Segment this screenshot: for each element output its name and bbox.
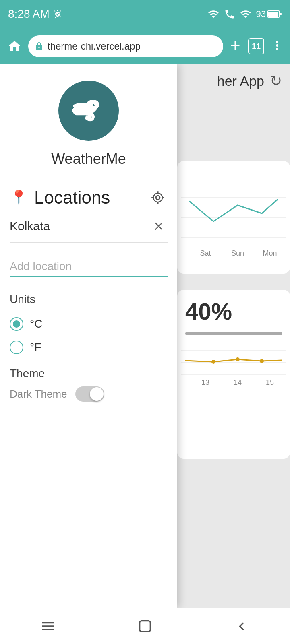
chart-2-svg: 13 14 15 bbox=[181, 339, 286, 387]
status-time: 8:28 AM bbox=[8, 8, 62, 21]
svg-text:13: 13 bbox=[201, 378, 209, 386]
svg-point-12 bbox=[211, 360, 215, 364]
nav-bar bbox=[0, 608, 290, 644]
fahrenheit-label: °F bbox=[30, 341, 41, 354]
more-vert-icon bbox=[270, 38, 284, 53]
square-icon bbox=[137, 618, 153, 634]
app-name: WeatherMe bbox=[51, 151, 126, 167]
units-label: Units bbox=[10, 293, 168, 306]
gps-button[interactable] bbox=[148, 188, 168, 207]
fahrenheit-radio[interactable] bbox=[10, 341, 23, 354]
svg-point-19 bbox=[153, 193, 162, 202]
progress-bar bbox=[185, 332, 282, 335]
location-item: Kolkata bbox=[10, 210, 168, 243]
status-bar: 8:28 AM 93 bbox=[0, 0, 290, 28]
celsius-radio[interactable] bbox=[10, 317, 23, 331]
dark-theme-toggle[interactable] bbox=[75, 386, 104, 402]
add-location-section bbox=[0, 247, 177, 281]
nav-menu-button[interactable] bbox=[32, 614, 64, 638]
browser-bar: therme-chi.vercel.app 11 bbox=[0, 28, 290, 64]
celsius-option[interactable]: °C bbox=[10, 312, 168, 336]
battery-icon bbox=[267, 10, 282, 18]
drawer: WeatherMe 📍 Locations Kolkata bbox=[0, 64, 177, 608]
app-logo bbox=[58, 80, 119, 141]
toggle-thumb bbox=[90, 387, 104, 401]
hamburger-icon bbox=[40, 618, 56, 634]
back-icon bbox=[234, 618, 250, 634]
bg-app-title: her App bbox=[217, 73, 264, 89]
units-section: Units °C °F bbox=[0, 281, 177, 363]
location-name: Kolkata bbox=[10, 219, 50, 233]
nav-home-button[interactable] bbox=[129, 614, 161, 638]
locations-section: 📍 Locations Kolkata bbox=[0, 180, 177, 247]
pin-icon: 📍 bbox=[10, 189, 28, 206]
svg-rect-1 bbox=[268, 12, 278, 17]
svg-rect-2 bbox=[280, 13, 282, 15]
remove-location-button[interactable] bbox=[150, 217, 168, 235]
new-tab-button[interactable] bbox=[228, 38, 242, 54]
battery-indicator: 93 bbox=[256, 9, 282, 19]
close-icon bbox=[152, 220, 165, 233]
svg-text:14: 14 bbox=[234, 378, 242, 386]
bg-big-number: 40% bbox=[181, 294, 286, 329]
svg-point-18 bbox=[156, 196, 160, 200]
wind-logo-icon bbox=[70, 93, 107, 129]
dark-theme-label: Dark Theme bbox=[10, 388, 67, 400]
tab-count[interactable]: 11 bbox=[248, 38, 264, 54]
bg-app-header: her App ↻ bbox=[217, 72, 282, 89]
plus-icon bbox=[228, 38, 242, 53]
nav-back-button[interactable] bbox=[226, 614, 258, 638]
browser-actions: 11 bbox=[228, 38, 284, 54]
theme-label: Theme bbox=[10, 367, 168, 380]
chart-1-svg: Sat Sun Mon bbox=[181, 165, 286, 270]
phone-icon bbox=[224, 8, 235, 20]
add-location-input[interactable] bbox=[10, 257, 168, 277]
alarm-icon bbox=[53, 9, 62, 19]
theme-row: Dark Theme bbox=[10, 386, 168, 402]
lock-icon bbox=[35, 42, 44, 51]
url-bar[interactable]: therme-chi.vercel.app bbox=[28, 35, 223, 57]
logo-section: WeatherMe bbox=[0, 64, 177, 180]
status-icons: 93 bbox=[208, 8, 282, 20]
locations-title-row: 📍 Locations bbox=[10, 188, 110, 208]
svg-rect-20 bbox=[140, 621, 151, 632]
home-button[interactable] bbox=[6, 37, 23, 55]
bg-chart-1: Sat Sun Mon bbox=[177, 161, 290, 274]
locations-title: Locations bbox=[34, 188, 110, 208]
svg-point-13 bbox=[236, 357, 240, 361]
wifi-icon bbox=[240, 8, 251, 20]
refresh-icon: ↻ bbox=[270, 72, 282, 89]
browser-menu-button[interactable] bbox=[270, 38, 284, 54]
signal-icon bbox=[208, 8, 219, 20]
svg-text:Sat: Sat bbox=[200, 249, 211, 257]
svg-text:Sun: Sun bbox=[231, 249, 244, 257]
bg-chart-2: 40% 13 14 15 bbox=[177, 290, 290, 459]
gps-icon bbox=[150, 190, 166, 205]
svg-text:Mon: Mon bbox=[263, 249, 277, 257]
url-text: therme-chi.vercel.app bbox=[48, 41, 141, 52]
locations-header: 📍 Locations bbox=[10, 188, 168, 208]
theme-section: Theme Dark Theme bbox=[0, 363, 177, 410]
celsius-label: °C bbox=[30, 318, 42, 330]
home-icon bbox=[7, 39, 22, 54]
fahrenheit-option[interactable]: °F bbox=[10, 336, 168, 359]
svg-point-14 bbox=[260, 359, 264, 363]
svg-text:15: 15 bbox=[266, 378, 274, 386]
